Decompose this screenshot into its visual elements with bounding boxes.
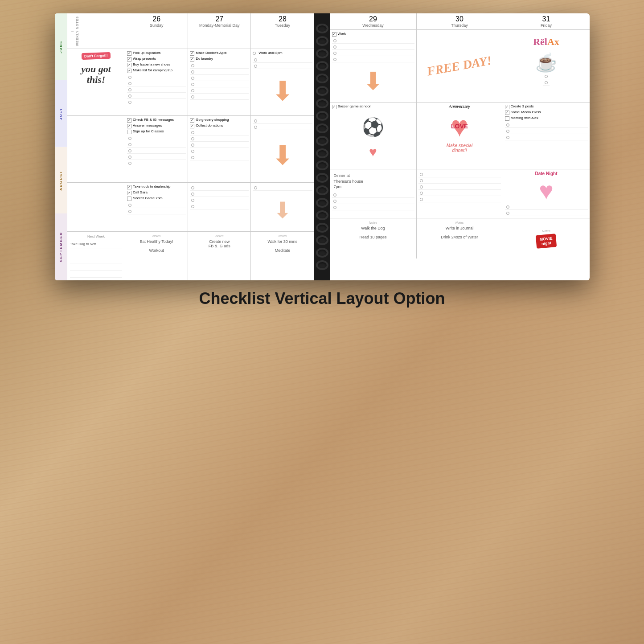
checkbox [127, 191, 131, 195]
task-item: Check FB & IG messages [127, 118, 186, 123]
empty-line [505, 210, 588, 216]
tab-july[interactable]: JULY [55, 80, 67, 147]
notes-label-26: Notes [128, 234, 185, 238]
task-item: Collect donations [190, 123, 249, 128]
spiral-ring [316, 98, 328, 108]
day-30-header: 30 Thursday [417, 13, 503, 29]
day-27-header: 27 Monday-Memorial Day [188, 13, 251, 49]
checkbox [127, 63, 131, 67]
pink-heart-container: ♥ [505, 178, 588, 204]
header-row: → WEEKLY NOTES 26 Sunday 27 Monday-Memor… [67, 13, 314, 49]
you-got-this-text: you gotthis! [81, 64, 111, 85]
day-27-name: Monday-Memorial Day [190, 23, 249, 28]
task-row-3: Take truck to dealership Call Sara Socce… [67, 183, 314, 232]
day-28-header: 28 Tuesday [251, 13, 314, 49]
notes-label-31: Notes [542, 230, 550, 233]
calendar-left: → WEEKLY NOTES 26 Sunday 27 Monday-Memor… [67, 13, 314, 280]
love-heart-container: ♥ LOVE [451, 112, 468, 141]
right-task-row-3: Dinner atTheresa's house7pm [330, 169, 590, 218]
empty-line [190, 81, 249, 87]
task-item: Create 3 posts [505, 104, 588, 109]
spiral-ring [316, 260, 328, 270]
empty-note-line [70, 256, 122, 263]
tab-september[interactable]: SEPTEMBER [55, 213, 67, 280]
task-text: Take truck to dealership [133, 185, 171, 189]
empty-line [190, 129, 249, 135]
task-item: Soccer Game 7pm [127, 196, 186, 201]
notes-label-29: Notes [333, 221, 414, 224]
task-row-2: Check FB & IG messages Answer messages S… [67, 116, 314, 183]
checkbox [190, 51, 194, 56]
task-text: Soccer Game 7pm [133, 196, 163, 201]
empty-line [127, 160, 186, 166]
empty-line [505, 128, 588, 134]
day-30-name: Thursday [418, 23, 501, 28]
bottom-title: Checklist Vertical Layout Option [190, 280, 454, 317]
day-26-number: 26 [127, 15, 186, 23]
task-item: Do laundry [190, 57, 249, 62]
sidebar-row3 [67, 183, 125, 231]
task-text: Make list for camping trip [133, 68, 172, 73]
empty-line [127, 93, 186, 99]
empty-line [253, 185, 312, 191]
tab-june[interactable]: JUNE [55, 13, 67, 80]
task-item: Meeting with Alex [505, 116, 588, 121]
checkbox [190, 124, 194, 128]
task-item: Pick up cupcakes [127, 51, 186, 56]
next-week-lines: Take Dog to Vet! [70, 240, 122, 278]
spiral-ring [316, 86, 328, 96]
next-week-note: Take Dog to Vet! [70, 242, 122, 249]
day-29-notes: Notes Walk the DogRead 10 pages [330, 218, 417, 258]
empty-note-line [70, 271, 122, 278]
relax-text: RëlAx [529, 32, 564, 52]
empty-line [253, 118, 312, 124]
soccer-ball-icon: ⚽ [332, 110, 414, 144]
spiral-ring [316, 74, 328, 83]
empty-note-line [70, 263, 122, 271]
day-31-tasks-2: Create 3 posts Social Media Class Meetin… [503, 103, 590, 169]
day-29-tasks-2: Soccer game at noon ⚽ ♥ [330, 103, 417, 169]
arrow-decoration-3: ⬇ [253, 191, 312, 230]
month-sidebar: JUNE JULY AUGUST SEPTEMBER [55, 13, 68, 280]
spiral-ring [316, 185, 328, 195]
empty-line [543, 79, 550, 86]
task-text: Work until 8pm [258, 51, 282, 55]
day-29-tasks-3: Dinner atTheresa's house7pm [330, 169, 417, 218]
task-text: Social Media Class [511, 110, 541, 115]
empty-line [127, 154, 186, 160]
empty-line [127, 202, 186, 208]
make-special-dinner: Make specialdinner!! [447, 143, 472, 153]
empty-line [332, 204, 414, 210]
notes-content-26: Eat Healthy Today!Workout [128, 239, 185, 253]
day-28-tasks-1: Work until 8pm ⬇ [251, 49, 314, 115]
arrow-down-icon-2: ⬇ [271, 142, 294, 169]
soccer-heart: ♥ [332, 144, 414, 160]
task-item: Make list for camping trip [127, 68, 186, 73]
arrow-decoration-2: ⬇ [253, 130, 312, 180]
next-week-label: Next Week [70, 234, 122, 238]
task-text: Pick up cupcakes [133, 51, 160, 55]
arrow-decoration-1: ⬇ [253, 69, 312, 114]
empty-line [190, 94, 249, 100]
movie-night-badge: MOVIEnight [536, 234, 557, 249]
checkbox [127, 185, 131, 189]
task-text: Make Doctor's Appt [196, 51, 226, 55]
day-31-name: Friday [505, 23, 588, 28]
tab-august[interactable]: AUGUST [55, 147, 67, 214]
task-text: Work [338, 32, 346, 36]
task-item: Sign up for Classes [127, 129, 186, 134]
task-item: Take truck to dealership [127, 185, 186, 189]
empty-line [127, 86, 186, 93]
checkbox [127, 118, 131, 123]
day-26-header: 26 Sunday [125, 13, 188, 49]
empty-line [127, 135, 186, 141]
task-item: Social Media Class [505, 110, 588, 115]
notes-content-27: Create newFB & IG ads [191, 239, 248, 248]
notes-label-27: Notes [191, 234, 248, 238]
day-27-number: 27 [190, 15, 249, 23]
notes-content-28: Walk for 30 minsMeditate [254, 239, 311, 253]
dont-forget-badge: Don't Forget!! [82, 52, 111, 60]
day-31-number: 31 [505, 15, 588, 23]
day-27-notes: Notes Create newFB & IG ads [188, 232, 251, 280]
arrow-right-icon: → [70, 29, 74, 33]
